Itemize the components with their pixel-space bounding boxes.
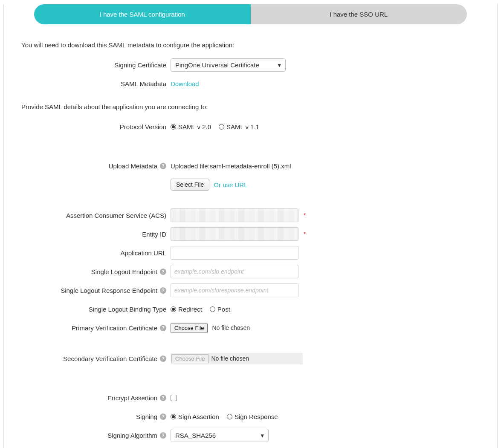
signing-cert-select[interactable]: PingOne Universal Certificate ▾ <box>171 58 286 72</box>
radio-icon <box>171 414 176 419</box>
help-icon[interactable]: ? <box>160 356 166 362</box>
radio-sign-assertion[interactable]: Sign Assertion <box>171 413 219 420</box>
label-slo-endpoint: Single Logout Endpoint <box>91 268 157 275</box>
radio-binding-redirect[interactable]: Redirect <box>171 306 202 313</box>
radio-icon <box>171 124 176 130</box>
radio-label-post: Post <box>217 306 230 313</box>
help-icon[interactable]: ? <box>160 163 166 169</box>
secondary-file-status: No file chosen <box>211 355 249 362</box>
entity-id-input[interactable] <box>171 227 298 241</box>
radio-saml-v11[interactable]: SAML v 1.1 <box>219 123 259 130</box>
slo-response-endpoint-input[interactable] <box>171 283 298 297</box>
radio-label-sign-assertion: Sign Assertion <box>178 413 219 420</box>
radio-label-sign-response: Sign Response <box>235 413 278 420</box>
label-encrypt-assertion: Encrypt Assertion <box>107 394 157 402</box>
app-url-input[interactable] <box>171 246 298 260</box>
radio-icon <box>171 306 176 312</box>
radio-binding-post[interactable]: Post <box>210 306 230 313</box>
label-saml-metadata: SAML Metadata <box>13 80 171 87</box>
radio-icon <box>210 306 215 312</box>
download-metadata-link[interactable]: Download <box>171 80 199 87</box>
required-indicator: * <box>304 231 306 237</box>
intro-provide-details: Provide SAML details about the applicati… <box>21 103 480 110</box>
label-entity-id: Entity ID <box>13 231 171 238</box>
required-indicator: * <box>304 212 306 219</box>
radio-label-v11: SAML v 1.1 <box>226 123 259 130</box>
help-icon[interactable]: ? <box>160 395 166 401</box>
label-protocol-version: Protocol Version <box>13 123 171 130</box>
label-slo-binding-type: Single Logout Binding Type <box>13 306 171 313</box>
label-acs: Assertion Consumer Service (ACS) <box>13 212 171 219</box>
radio-icon <box>219 124 224 130</box>
secondary-choose-file-button: Choose File <box>171 354 209 363</box>
encrypt-assertion-checkbox[interactable] <box>171 395 177 401</box>
label-upload-metadata: Upload Metadata <box>109 162 157 170</box>
label-slo-response-endpoint: Single Logout Response Endpoint <box>61 287 157 294</box>
chevron-down-icon: ▾ <box>261 432 264 439</box>
radio-label-v20: SAML v 2.0 <box>178 123 211 130</box>
signing-algorithm-select[interactable]: RSA_SHA256 ▾ <box>171 429 269 442</box>
slo-endpoint-input[interactable] <box>171 265 298 278</box>
radio-label-redirect: Redirect <box>178 306 202 313</box>
help-icon[interactable]: ? <box>160 287 166 294</box>
label-signing-algorithm: Signing Algorithm <box>107 432 157 439</box>
label-app-url: Application URL <box>13 249 171 257</box>
uploaded-file-text: Uploaded file:saml-metadata-enroll (5).x… <box>171 162 291 170</box>
radio-saml-v20[interactable]: SAML v 2.0 <box>171 123 211 130</box>
signing-algorithm-value: RSA_SHA256 <box>175 432 216 439</box>
label-primary-cert: Primary Verification Certificate <box>72 324 157 332</box>
radio-icon <box>227 414 232 419</box>
label-secondary-cert: Secondary Verification Certificate <box>63 355 157 362</box>
label-signing: Signing <box>136 413 157 420</box>
intro-download-metadata: You will need to download this SAML meta… <box>21 41 480 49</box>
tab-saml-config[interactable]: I have the SAML configuration <box>34 4 251 24</box>
tab-sso-url[interactable]: I have the SSO URL <box>251 4 467 24</box>
config-tabs: I have the SAML configuration I have the… <box>34 4 467 24</box>
help-icon[interactable]: ? <box>160 413 166 420</box>
select-file-button[interactable]: Select File <box>171 179 209 191</box>
label-signing-cert: Signing Certificate <box>13 61 171 69</box>
or-use-url-link[interactable]: Or use URL <box>214 181 247 188</box>
help-icon[interactable]: ? <box>160 269 166 275</box>
help-icon[interactable]: ? <box>160 432 166 439</box>
radio-sign-response[interactable]: Sign Response <box>227 413 278 420</box>
signing-cert-value: PingOne Universal Certificate <box>175 61 259 69</box>
acs-input[interactable] <box>171 208 298 222</box>
help-icon[interactable]: ? <box>160 325 166 331</box>
primary-choose-file-button[interactable]: Choose File <box>171 324 208 332</box>
chevron-down-icon: ▾ <box>278 62 281 68</box>
primary-file-status: No file chosen <box>212 324 250 331</box>
